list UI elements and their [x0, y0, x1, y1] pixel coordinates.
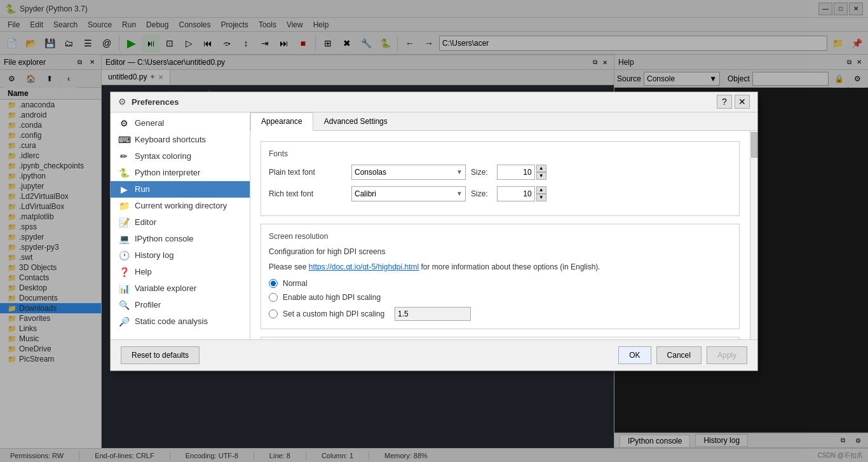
run-label: Run: [135, 184, 150, 194]
history-label: History log: [135, 250, 173, 260]
sidebar-item-editor[interactable]: 📝 Editor: [111, 214, 250, 231]
keyboard-icon: ⌨: [118, 135, 130, 145]
reset-defaults-btn[interactable]: Reset to defaults: [121, 346, 200, 364]
radio-auto-dpi[interactable]: [269, 293, 278, 302]
rich-size-input[interactable]: [497, 186, 535, 201]
dialog-close-btn[interactable]: ✕: [735, 95, 750, 109]
sidebar-item-run[interactable]: ▶ Run: [111, 181, 250, 198]
plain-font-label: Plain text font: [269, 168, 351, 177]
sidebar-item-profiler[interactable]: 🔍 Profiler: [111, 297, 250, 313]
help-icon: ❓: [118, 267, 130, 277]
sidebar-item-syntax[interactable]: ✏ Syntax coloring: [111, 148, 250, 165]
editor-label: Editor: [135, 217, 156, 227]
dialog-title-btns: ? ✕: [717, 95, 750, 109]
tab-appearance[interactable]: Appearance: [250, 112, 313, 131]
profiler-label: Profiler: [135, 300, 161, 309]
syntax-icon: ✏: [118, 151, 130, 161]
plain-font-row: Plain text font Consolas ▼ Size:: [269, 165, 731, 180]
apply-btn[interactable]: Apply: [707, 346, 747, 364]
custom-dpi-input[interactable]: [395, 307, 471, 321]
combo-arrow-icon: ▼: [456, 168, 463, 175]
run-icon: ▶: [118, 184, 130, 194]
static-label: Static code analysis: [135, 316, 208, 326]
radio-custom-dpi-label: Set a custom high DPI scaling: [283, 309, 384, 318]
keyboard-label: Keyboard shortcuts: [135, 135, 206, 144]
fonts-section: Fonts Plain text font Consolas ▼ Size:: [261, 141, 740, 216]
scrollbar-thumb[interactable]: [751, 132, 757, 158]
varexplorer-label: Variable explorer: [135, 283, 196, 293]
cwd-label: Current working directory: [135, 201, 227, 210]
spin-up-btn-2[interactable]: ▲: [536, 186, 546, 194]
tab-advanced[interactable]: Advanced Settings: [313, 112, 398, 130]
dpi-radio-group: Normal Enable auto high DPI scaling Set …: [269, 279, 731, 321]
rich-font-label: Rich text font: [269, 189, 351, 198]
preferences-sidebar: ⚙ General ⌨ Keyboard shortcuts ✏ Syntax …: [111, 112, 250, 339]
rich-font-combo[interactable]: Calibri ▼: [351, 186, 466, 201]
sidebar-item-help[interactable]: ❓ Help: [111, 264, 250, 280]
cancel-btn[interactable]: Cancel: [656, 346, 702, 364]
help-label: Help: [135, 267, 152, 276]
preferences-icon: ⚙: [118, 97, 126, 107]
dialog-tab-bar: Appearance Advanced Settings: [250, 112, 757, 131]
editor-icon: 📝: [118, 217, 130, 228]
dialog-main-content: Appearance Advanced Settings Fonts Plain…: [250, 112, 757, 339]
spin-down-btn-2[interactable]: ▼: [536, 194, 546, 201]
radio-custom-dpi[interactable]: [269, 309, 278, 318]
dialog-help-btn[interactable]: ?: [717, 95, 732, 109]
plain-font-combo[interactable]: Consolas ▼: [351, 165, 466, 180]
python-icon: 🐍: [118, 168, 130, 178]
sidebar-item-python[interactable]: 🐍 Python interpreter: [111, 165, 250, 181]
general-icon: ⚙: [118, 118, 130, 128]
radio-custom-dpi-row: Set a custom high DPI scaling: [269, 307, 731, 321]
highdpi-link[interactable]: https://doc.qt.io/qt-5/highdpi.html: [309, 262, 419, 271]
plain-size-input[interactable]: [497, 165, 535, 180]
sidebar-item-history[interactable]: 🕐 History log: [111, 247, 250, 264]
dialog-title-text: Preferences: [132, 97, 717, 107]
static-icon: 🔎: [118, 316, 130, 327]
radio-normal-row: Normal: [269, 279, 731, 288]
rich-font-row: Rich text font Calibri ▼ Size:: [269, 186, 731, 201]
screen-res-desc: Configuration for high DPI screens: [269, 247, 731, 256]
sidebar-item-general[interactable]: ⚙ General: [111, 115, 250, 132]
sidebar-item-static[interactable]: 🔎 Static code analysis: [111, 313, 250, 330]
ipython-label: IPython console: [135, 234, 194, 243]
spin-down-btn[interactable]: ▼: [536, 172, 546, 180]
syntax-label: Syntax coloring: [135, 151, 191, 161]
dialog-main-scroll[interactable]: Fonts Plain text font Consolas ▼ Size:: [250, 131, 750, 339]
dialog-footer: Reset to defaults OK Cancel Apply: [111, 339, 757, 370]
plain-size-spinner: ▲ ▼: [497, 165, 546, 180]
spin-up-btn[interactable]: ▲: [536, 165, 546, 172]
screen-res-label: Screen resolution: [269, 232, 731, 241]
screen-res-link-text: Please see https://doc.qt.io/qt-5/highdp…: [269, 261, 731, 273]
ipython-icon: 💻: [118, 234, 130, 244]
general-label: General: [135, 118, 164, 128]
rich-font-combo-container: Calibri ▼ Size: ▲ ▼: [351, 186, 731, 201]
radio-normal-label: Normal: [283, 279, 308, 288]
sidebar-item-ipython[interactable]: 💻 IPython console: [111, 231, 250, 247]
ok-btn[interactable]: OK: [618, 346, 651, 364]
dialog-body: ⚙ General ⌨ Keyboard shortcuts ✏ Syntax …: [111, 112, 757, 339]
plain-font-combo-container: Consolas ▼ Size: ▲ ▼: [351, 165, 731, 180]
radio-normal[interactable]: [269, 279, 278, 288]
footer-left: Reset to defaults: [121, 346, 613, 364]
screen-res-section: Screen resolution Configuration for high…: [261, 224, 740, 329]
history-icon: 🕐: [118, 250, 130, 261]
preferences-dialog: ⚙ Preferences ? ✕ ⚙ General ⌨ Keyboard s…: [110, 92, 758, 371]
sidebar-item-cwd[interactable]: 📁 Current working directory: [111, 198, 250, 214]
sidebar-item-varexplorer[interactable]: 📊 Variable explorer: [111, 280, 250, 297]
python-label: Python interpreter: [135, 168, 200, 177]
cwd-icon: 📁: [118, 201, 130, 211]
dialog-title-bar: ⚙ Preferences ? ✕: [111, 92, 757, 112]
rich-size-label: Size:: [471, 189, 488, 198]
spin-buttons-2: ▲ ▼: [536, 186, 546, 201]
rich-size-spinner: ▲ ▼: [497, 186, 546, 201]
plain-size-label: Size:: [471, 168, 488, 177]
sidebar-item-keyboard[interactable]: ⌨ Keyboard shortcuts: [111, 132, 250, 148]
fonts-label: Fonts: [269, 149, 731, 158]
dialog-scrollbar[interactable]: [750, 131, 757, 339]
varexplorer-icon: 📊: [118, 283, 130, 294]
preferences-overlay: ⚙ Preferences ? ✕ ⚙ General ⌨ Keyboard s…: [0, 0, 868, 462]
combo-arrow-icon-2: ▼: [456, 190, 463, 197]
radio-auto-dpi-label: Enable auto high DPI scaling: [283, 293, 381, 302]
radio-auto-dpi-row: Enable auto high DPI scaling: [269, 293, 731, 302]
